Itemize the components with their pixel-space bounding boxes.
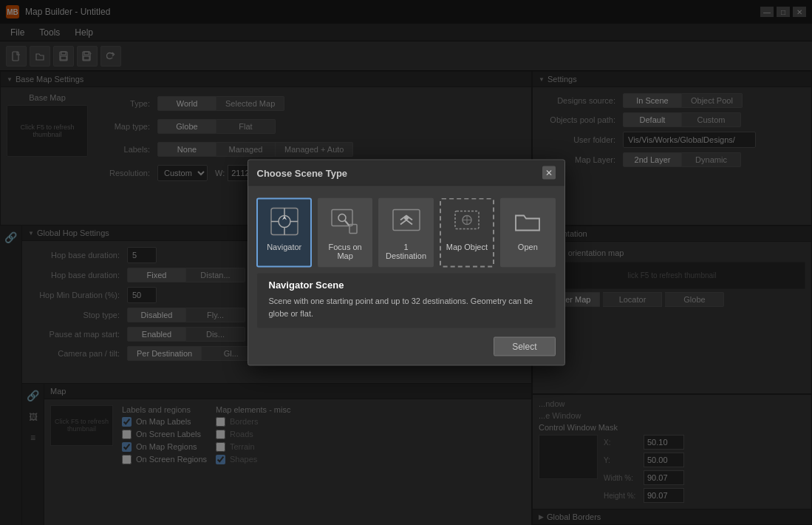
- one-destination-label: 1 Destination: [383, 243, 429, 260]
- svg-line-17: [345, 221, 349, 226]
- scene-desc: Scene with one starting point and up to …: [269, 295, 544, 319]
- open-folder-icon: [511, 206, 544, 238]
- select-button[interactable]: Select: [494, 337, 555, 356]
- map-object-label: Map Object: [446, 243, 488, 251]
- svg-point-16: [338, 214, 346, 222]
- dialog-footer: Select: [248, 328, 564, 365]
- dialog-header: Choose Scene Type ✕: [248, 160, 564, 186]
- open-label: Open: [518, 243, 538, 251]
- scene-type-navigator[interactable]: Navigator: [256, 198, 311, 268]
- choose-scene-type-dialog: Choose Scene Type ✕ Navigator: [248, 160, 565, 366]
- scene-name: Navigator Scene: [269, 280, 544, 291]
- dialog-title: Choose Scene Type: [257, 167, 348, 178]
- scene-type-1-destination[interactable]: 1 Destination: [378, 198, 433, 268]
- focus-on-map-label: Focus on Map: [322, 243, 368, 260]
- svg-rect-15: [332, 210, 352, 226]
- navigator-icon: [268, 206, 301, 238]
- navigator-label: Navigator: [267, 243, 301, 251]
- scene-type-focus-on-map[interactable]: Focus on Map: [318, 198, 372, 268]
- scene-type-icons: Navigator Focus on Map: [248, 186, 564, 274]
- scene-type-open[interactable]: Open: [500, 198, 555, 268]
- scene-description-area: Navigator Scene Scene with one starting …: [257, 274, 556, 328]
- map-object-icon: [451, 206, 483, 238]
- svg-point-20: [404, 216, 409, 220]
- scene-type-map-object[interactable]: Map Object: [440, 198, 494, 268]
- dialog-close-button[interactable]: ✕: [542, 166, 556, 180]
- focus-on-map-icon: [329, 206, 361, 238]
- one-destination-icon: [390, 206, 423, 238]
